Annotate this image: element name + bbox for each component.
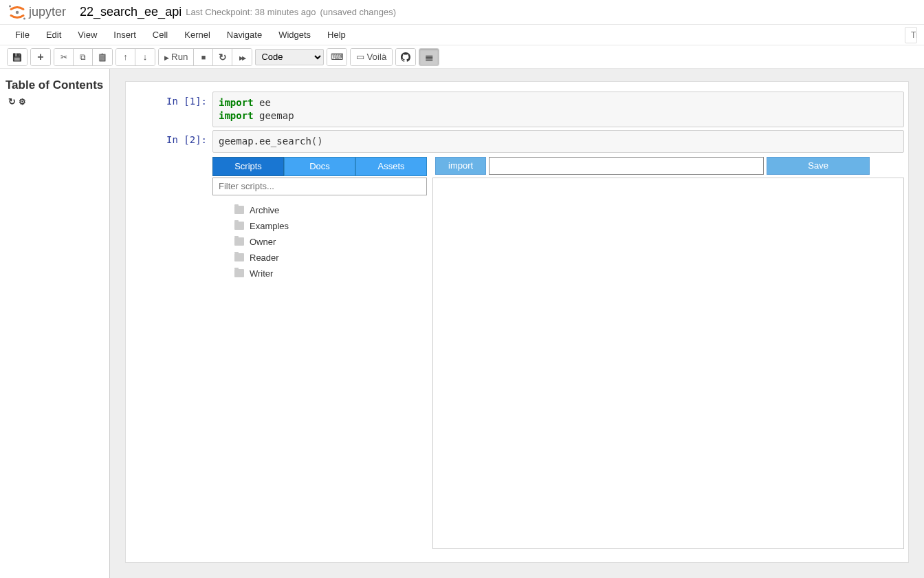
notebook-scroll[interactable]: In [1]: import eeimport geemap In [2]: g… xyxy=(110,69,924,578)
jupyter-text: jupyter xyxy=(29,5,66,19)
save-button[interactable] xyxy=(8,49,27,65)
toc-refresh-button[interactable] xyxy=(8,96,16,108)
menu-file[interactable]: File xyxy=(7,25,38,44)
restart-run-all-button[interactable] xyxy=(232,49,252,65)
play-icon xyxy=(164,52,169,62)
cell-type-select[interactable]: Code Markdown Raw NBConvert Heading xyxy=(255,49,324,65)
keyboard-icon xyxy=(331,52,344,62)
stop-button[interactable] xyxy=(194,49,213,65)
tab-docs[interactable]: Docs xyxy=(284,157,355,176)
fast-forward-icon xyxy=(239,52,245,62)
arrow-down-icon xyxy=(143,52,148,62)
notebook-container: In [1]: import eeimport geemap In [2]: g… xyxy=(125,81,909,563)
cell-output-widget: Scripts Docs Assets import Save xyxy=(130,157,904,549)
cut-button[interactable] xyxy=(54,49,74,65)
list-icon xyxy=(425,51,434,63)
sidebar-resize-handle[interactable] xyxy=(109,323,110,337)
code-cell-1[interactable]: In [1]: import eeimport geemap xyxy=(130,92,904,127)
folder-archive[interactable]: Archive xyxy=(234,202,427,218)
menu-cell[interactable]: Cell xyxy=(144,25,176,44)
restart-icon xyxy=(219,52,227,63)
copy-button[interactable] xyxy=(74,49,93,65)
arrow-up-icon xyxy=(123,52,128,62)
code-input[interactable]: geemap.ee_search() xyxy=(212,130,904,153)
menu-view[interactable]: View xyxy=(69,25,105,44)
import-button[interactable]: import xyxy=(435,157,486,175)
svg-point-1 xyxy=(9,5,11,7)
toc-toggle-button[interactable] xyxy=(419,49,439,65)
paste-icon xyxy=(98,52,107,62)
save-script-button[interactable]: Save xyxy=(767,157,870,175)
svg-point-2 xyxy=(23,17,25,19)
insert-cell-button[interactable] xyxy=(31,49,50,65)
toc-title: Table of Contents xyxy=(6,77,104,110)
menu-help[interactable]: Help xyxy=(319,25,354,44)
unsaved-label: (unsaved changes) xyxy=(320,7,397,17)
svg-point-0 xyxy=(16,10,19,14)
menu-kernel[interactable]: Kernel xyxy=(176,25,219,44)
checkpoint-text: Last Checkpoint: 38 minutes ago xyxy=(186,7,316,17)
trusted-indicator[interactable]: Trusted xyxy=(905,27,917,43)
code-cell-2[interactable]: In [2]: geemap.ee_search() xyxy=(130,130,904,153)
import-path-input[interactable] xyxy=(489,157,764,175)
menu-widgets[interactable]: Widgets xyxy=(270,25,319,44)
folder-examples[interactable]: Examples xyxy=(234,218,427,234)
tab-scripts[interactable]: Scripts xyxy=(212,157,284,176)
scripts-preview-panel xyxy=(432,178,904,549)
voila-button[interactable]: Voilà xyxy=(351,49,392,65)
run-label: Run xyxy=(171,52,188,62)
plus-icon xyxy=(37,51,43,63)
command-palette-button[interactable] xyxy=(327,49,346,65)
move-up-button[interactable] xyxy=(116,49,135,65)
folder-icon xyxy=(234,222,244,230)
restart-button[interactable] xyxy=(213,49,232,65)
widget-tabs: Scripts Docs Assets xyxy=(212,157,427,176)
move-down-button[interactable] xyxy=(135,49,155,65)
menu-edit[interactable]: Edit xyxy=(38,25,69,44)
toc-settings-button[interactable] xyxy=(19,96,26,108)
menu-navigate[interactable]: Navigate xyxy=(219,25,270,44)
cell-prompt: In [1]: xyxy=(130,92,212,127)
github-button[interactable] xyxy=(396,49,415,65)
folder-icon xyxy=(234,253,244,261)
folder-writer[interactable]: Writer xyxy=(234,266,427,281)
toc-sidebar: Table of Contents xyxy=(0,69,110,578)
filter-scripts-input[interactable] xyxy=(212,178,427,195)
run-button[interactable]: Run xyxy=(159,49,194,65)
stop-icon xyxy=(201,52,206,62)
main-area: Table of Contents In [1]: import eeimpor… xyxy=(0,69,924,578)
toolbar: Run Code Markdown Raw NBConvert Heading … xyxy=(0,45,924,69)
folder-reader[interactable]: Reader xyxy=(234,250,427,266)
folder-icon xyxy=(234,269,244,277)
folder-icon xyxy=(234,237,244,246)
notebook-header: jupyter 22_search_ee_api Last Checkpoint… xyxy=(0,0,924,25)
menu-bar: File Edit View Insert Cell Kernel Naviga… xyxy=(0,25,924,45)
jupyter-logo[interactable]: jupyter xyxy=(7,2,66,23)
scripts-list: Archive Examples Owner Reader Writer xyxy=(212,198,427,286)
folder-icon xyxy=(234,206,244,214)
code-input[interactable]: import eeimport geemap xyxy=(212,92,904,127)
save-icon xyxy=(12,52,22,62)
paste-button[interactable] xyxy=(93,49,112,65)
notebook-name[interactable]: 22_search_ee_api xyxy=(80,5,182,19)
copy-icon xyxy=(80,52,86,62)
screen-icon xyxy=(356,52,364,62)
voila-label: Voilà xyxy=(366,52,386,62)
cut-icon xyxy=(60,52,67,62)
cell-prompt: In [2]: xyxy=(130,130,212,153)
folder-owner[interactable]: Owner xyxy=(234,234,427,250)
github-icon xyxy=(401,52,410,62)
tab-assets[interactable]: Assets xyxy=(355,157,427,176)
scripts-left-panel: Archive Examples Owner Reader Writer xyxy=(212,178,427,549)
menu-insert[interactable]: Insert xyxy=(105,25,144,44)
